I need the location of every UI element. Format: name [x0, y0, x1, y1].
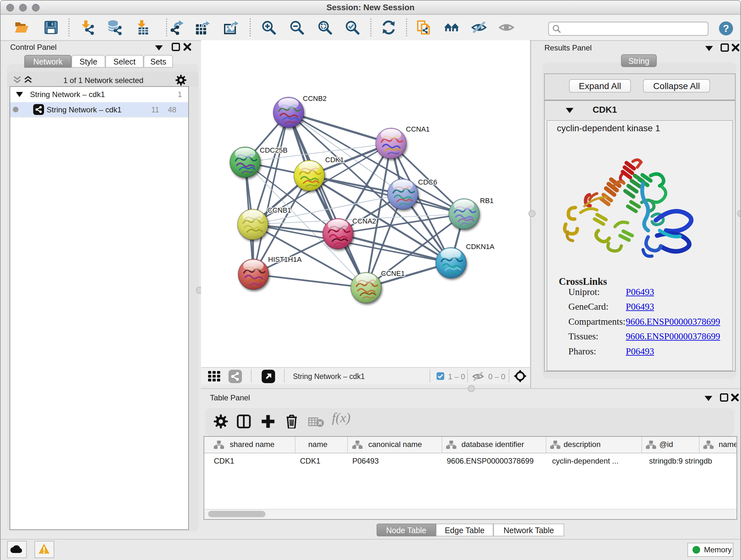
svg-text:CCNA2: CCNA2: [352, 217, 376, 225]
svg-text:RB1: RB1: [480, 197, 494, 205]
svg-text:CCNE1: CCNE1: [381, 269, 405, 277]
svg-text:HIST1H1A: HIST1H1A: [268, 255, 301, 263]
svg-text:CCNB2: CCNB2: [303, 95, 327, 103]
svg-text:CDC25B: CDC25B: [260, 146, 287, 154]
svg-text:?: ?: [723, 23, 729, 34]
svg-text:CDK1: CDK1: [325, 156, 344, 164]
svg-text:CDC6: CDC6: [418, 178, 437, 186]
svg-text:CCNA1: CCNA1: [406, 125, 430, 133]
svg-text:CDKN1A: CDKN1A: [466, 243, 495, 251]
svg-text:CCNB1: CCNB1: [267, 206, 291, 214]
